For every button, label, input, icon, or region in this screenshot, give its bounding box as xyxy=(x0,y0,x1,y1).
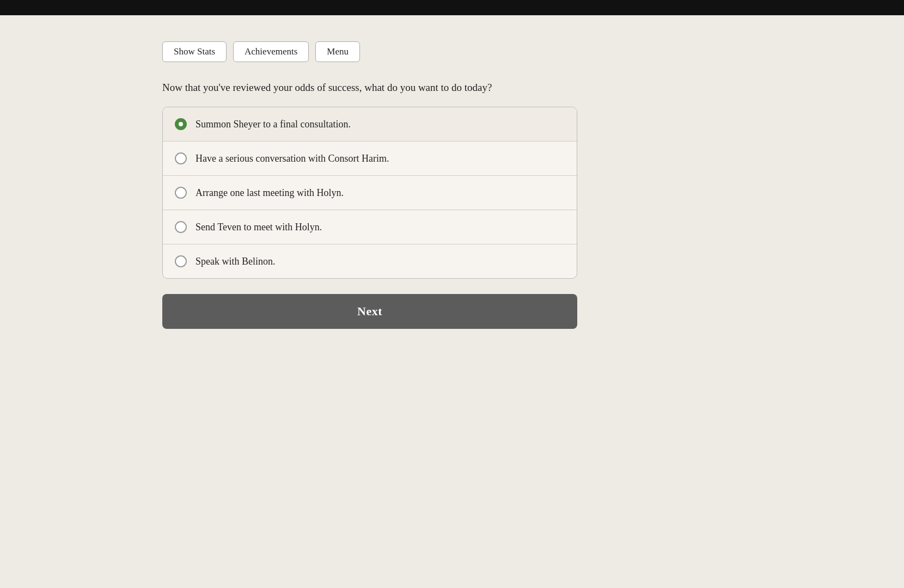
choice-item-5[interactable]: Speak with Belinon. xyxy=(163,244,577,278)
toolbar: Show Stats Achievements Menu xyxy=(162,41,904,62)
menu-button[interactable]: Menu xyxy=(315,41,360,62)
choice-label-2: Have a serious conversation with Consort… xyxy=(196,153,389,164)
choice-item-1[interactable]: Summon Sheyer to a final consultation. xyxy=(163,107,577,142)
choices-container: Summon Sheyer to a final consultation.Ha… xyxy=(162,107,577,279)
achievements-button[interactable]: Achievements xyxy=(233,41,309,62)
top-bar xyxy=(0,0,904,15)
radio-5 xyxy=(175,255,187,267)
choice-item-3[interactable]: Arrange one last meeting with Holyn. xyxy=(163,176,577,210)
radio-1 xyxy=(175,118,187,130)
question-text: Now that you've reviewed your odds of su… xyxy=(162,82,576,94)
show-stats-button[interactable]: Show Stats xyxy=(162,41,227,62)
choice-label-4: Send Teven to meet with Holyn. xyxy=(196,222,322,233)
main-content: Show Stats Achievements Menu Now that yo… xyxy=(0,15,904,329)
radio-3 xyxy=(175,187,187,199)
radio-4 xyxy=(175,221,187,233)
choice-label-5: Speak with Belinon. xyxy=(196,256,276,267)
choice-item-4[interactable]: Send Teven to meet with Holyn. xyxy=(163,210,577,244)
radio-2 xyxy=(175,152,187,164)
choice-label-1: Summon Sheyer to a final consultation. xyxy=(196,119,351,130)
choice-label-3: Arrange one last meeting with Holyn. xyxy=(196,187,344,199)
choice-item-2[interactable]: Have a serious conversation with Consort… xyxy=(163,142,577,176)
next-button[interactable]: Next xyxy=(162,294,577,329)
